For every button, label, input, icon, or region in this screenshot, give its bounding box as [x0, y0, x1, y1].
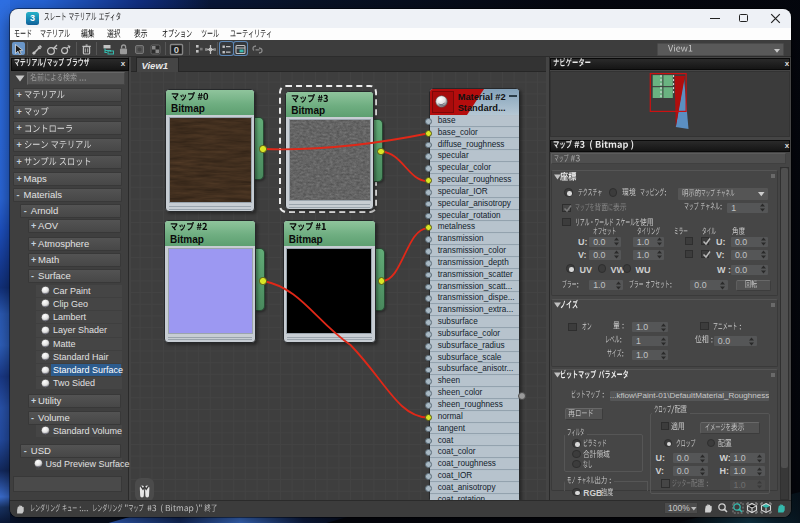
svg-text:0: 0 — [174, 44, 179, 55]
